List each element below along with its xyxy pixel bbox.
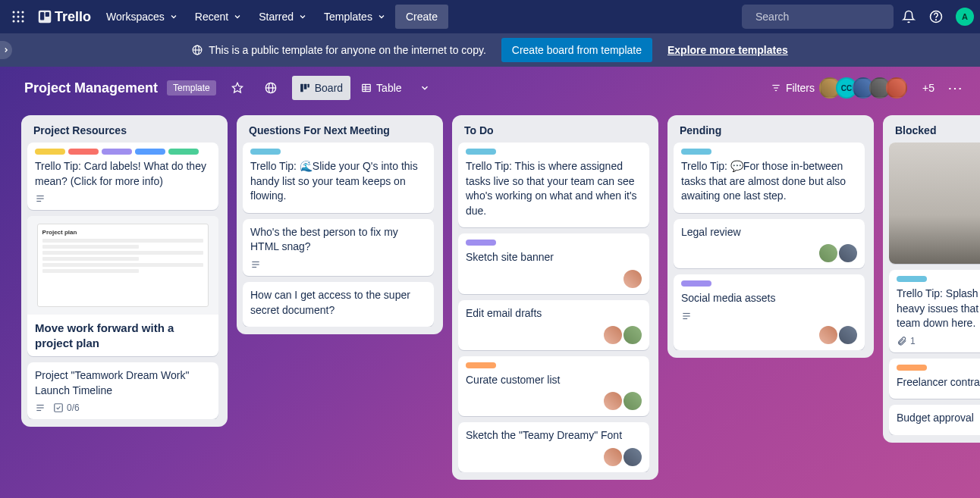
sidebar-expand-button[interactable]	[0, 41, 12, 59]
member-avatar[interactable]	[623, 392, 642, 410]
card[interactable]: Legal review	[674, 219, 865, 269]
list: To DoTrello Tip: This is where assigned …	[452, 115, 658, 480]
nav-starred[interactable]: Starred	[251, 5, 315, 29]
label-red[interactable]	[68, 149, 99, 155]
card-members	[681, 244, 857, 262]
table-view-button[interactable]: Table	[353, 76, 409, 100]
member-overflow-count[interactable]: +5	[922, 82, 934, 94]
card-title: Sketch the "Teamy Dreamy" Font	[466, 428, 642, 443]
card-title: Trello Tip: Card labels! What do they me…	[35, 159, 211, 189]
view-dropdown-icon[interactable]	[413, 76, 437, 100]
card[interactable]: How can I get access to the super secret…	[243, 282, 434, 327]
label-purple[interactable]	[466, 240, 496, 246]
member-avatar[interactable]	[604, 392, 622, 410]
svg-point-15	[936, 20, 937, 20]
member-avatar[interactable]	[623, 448, 642, 466]
card[interactable]: Edit email drafts	[458, 300, 649, 350]
card[interactable]: Project "Teamwork Dream Work" Launch Tim…	[27, 362, 218, 419]
member-avatar[interactable]	[604, 326, 622, 344]
template-badge[interactable]: Template	[167, 80, 216, 96]
card[interactable]: Social media assets	[674, 274, 865, 350]
notifications-icon[interactable]	[897, 5, 921, 29]
card[interactable]: Budget approval	[889, 405, 980, 435]
card[interactable]: Trello Tip: Splash those redtape-heavy i…	[889, 270, 980, 352]
list-title[interactable]: Questions For Next Meeting	[243, 123, 437, 143]
member-avatar[interactable]	[839, 244, 857, 262]
member-avatar[interactable]	[604, 448, 622, 466]
create-from-template-button[interactable]: Create board from template	[501, 38, 652, 62]
member-avatar[interactable]	[623, 270, 642, 288]
help-icon[interactable]	[924, 5, 948, 29]
card[interactable]: Curate customer list	[458, 356, 649, 417]
card[interactable]: Freelancer contracts	[889, 359, 980, 399]
card[interactable]: Who's the best person to fix my HTML sna…	[243, 219, 434, 276]
search-input[interactable]	[755, 11, 888, 23]
list-title[interactable]: Project Resources	[27, 123, 221, 143]
svg-point-4	[17, 16, 20, 18]
trello-logo[interactable]: Trello	[32, 9, 97, 25]
member-avatar[interactable]	[819, 326, 837, 344]
svg-point-5	[22, 16, 24, 18]
chevron-down-icon	[298, 12, 307, 21]
nav-templates[interactable]: Templates	[316, 5, 394, 29]
label-sky[interactable]	[466, 149, 496, 155]
label-sky[interactable]	[681, 149, 711, 155]
board-title: Project Management	[24, 80, 158, 96]
visibility-icon[interactable]	[259, 76, 283, 100]
label-blue[interactable]	[135, 149, 165, 155]
svg-rect-24	[304, 84, 307, 89]
card-members	[681, 326, 857, 344]
label-purple[interactable]	[681, 280, 711, 287]
board-menu-icon[interactable]: ⋯	[944, 76, 968, 100]
card[interactable]: Trello Tip: 🌊Slide your Q's into this ha…	[243, 143, 434, 213]
member-avatar[interactable]	[886, 77, 907, 99]
board-members[interactable]: CC	[824, 77, 907, 99]
label-sky[interactable]	[250, 149, 281, 155]
apps-switcher-icon[interactable]	[6, 5, 30, 29]
card[interactable]: Sketch the "Teamy Dreamy" Font	[458, 422, 649, 472]
card-title: Trello Tip: 🌊Slide your Q's into this ha…	[250, 159, 426, 204]
list-title[interactable]: Pending	[674, 123, 868, 143]
explore-templates-link[interactable]: Explore more templates	[667, 44, 788, 56]
card-members	[466, 326, 642, 344]
svg-rect-10	[40, 12, 44, 20]
top-nav: Trello WorkspacesRecentStarredTemplates …	[0, 0, 980, 33]
board-view-button[interactable]: Board	[292, 76, 350, 100]
label-orange[interactable]	[466, 362, 496, 368]
template-banner: This is a public template for anyone on …	[0, 33, 980, 67]
create-button[interactable]: Create	[395, 5, 448, 29]
card[interactable]: Trello Tip: Card labels! What do they me…	[27, 143, 218, 210]
svg-rect-25	[307, 84, 309, 88]
card[interactable]	[889, 143, 980, 264]
member-avatar[interactable]	[819, 244, 837, 262]
card[interactable]: Trello Tip: This is where assigned tasks…	[458, 143, 649, 227]
nav-recent[interactable]: Recent	[187, 5, 250, 29]
board-canvas[interactable]: Project ResourcesTrello Tip: Card labels…	[0, 109, 980, 498]
label-orange[interactable]	[897, 365, 927, 371]
card[interactable]: Project planMove work forward with a pro…	[27, 216, 218, 356]
label-sky[interactable]	[897, 276, 927, 282]
card-labels	[250, 149, 426, 155]
member-avatar[interactable]	[623, 326, 642, 344]
card-title: Who's the best person to fix my HTML sna…	[250, 225, 426, 255]
label-purple[interactable]	[102, 149, 132, 155]
list-title[interactable]: Blocked	[889, 123, 980, 143]
nav-workspaces[interactable]: Workspaces	[99, 5, 186, 29]
list-title[interactable]: To Do	[458, 123, 652, 143]
label-yellow[interactable]	[35, 149, 65, 155]
star-icon[interactable]	[225, 76, 250, 100]
search-box[interactable]	[742, 5, 894, 29]
svg-point-7	[17, 20, 20, 23]
list-cards: Trello Tip: 🌊Slide your Q's into this ha…	[243, 143, 437, 327]
card-title: Trello Tip: 💬For those in-between tasks …	[681, 159, 857, 204]
nav-left: Trello WorkspacesRecentStarredTemplates …	[6, 5, 448, 29]
card-title: Freelancer contracts	[897, 375, 980, 390]
card-title: Trello Tip: This is where assigned tasks…	[466, 159, 642, 218]
card[interactable]: Sketch site banner	[458, 233, 649, 294]
user-avatar[interactable]: A	[956, 8, 974, 26]
svg-rect-39	[55, 404, 63, 412]
member-avatar[interactable]	[839, 326, 857, 344]
label-green[interactable]	[168, 149, 199, 155]
card[interactable]: Trello Tip: 💬For those in-between tasks …	[674, 143, 865, 213]
filters-button[interactable]: Filters	[771, 82, 815, 94]
